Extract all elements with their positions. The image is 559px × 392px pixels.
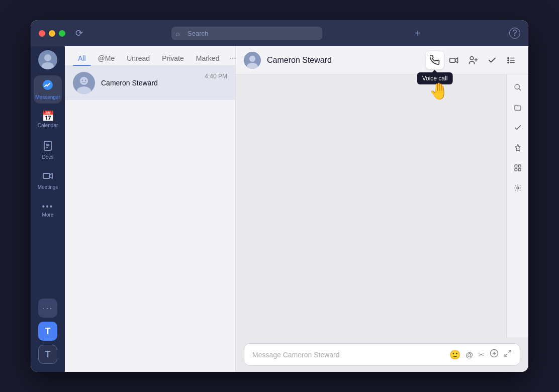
voice-call-button[interactable]: Voice call 🤚 (426, 51, 444, 69)
maximize-button[interactable] (59, 30, 65, 37)
sidebar-item-docs[interactable]: Docs (34, 136, 62, 164)
chat-avatar-cameron (73, 72, 95, 94)
conv-actions: Voice call 🤚 (426, 51, 520, 69)
svg-rect-30 (518, 165, 521, 167)
sidebar-item-meetings[interactable]: Meetings (34, 166, 62, 194)
add-attachment-button[interactable] (490, 349, 499, 360)
left-sidebar: Messenger 📅 Calendar Docs (31, 46, 65, 372)
mention-button[interactable]: @ (465, 350, 473, 359)
sidebar-item-messenger[interactable]: Messenger (34, 75, 62, 104)
message-input-box: 🙂 @ ✂ (244, 343, 520, 366)
chat-info-cameron: Cameron Steward (101, 79, 199, 87)
sidebar-item-docs-label: Docs (42, 154, 54, 160)
conversation-body (236, 74, 506, 337)
svg-point-15 (249, 56, 255, 62)
tab-unread[interactable]: Unread (122, 51, 155, 65)
history-icon[interactable]: ⟳ (75, 28, 83, 39)
svg-point-10 (80, 77, 88, 85)
chat-time-cameron: 4:40 PM (205, 73, 227, 80)
add-member-button[interactable] (464, 51, 482, 69)
right-pin-button[interactable] (509, 139, 527, 157)
svg-point-12 (82, 80, 83, 81)
message-input[interactable] (252, 351, 444, 359)
svg-rect-31 (515, 168, 517, 171)
tab-private[interactable]: Private (157, 51, 189, 65)
sidebar-item-messenger-label: Messenger (35, 94, 60, 100)
search-bar (171, 27, 322, 40)
right-folder-button[interactable] (509, 99, 527, 117)
main-content: Messenger 📅 Calendar Docs (31, 46, 528, 372)
search-input[interactable] (171, 27, 322, 40)
sidebar-item-calendar[interactable]: 📅 Calendar (34, 106, 62, 134)
sidebar-item-meetings-label: Meetings (38, 184, 58, 190)
svg-point-18 (470, 56, 474, 60)
more-icon: ••• (42, 203, 54, 211)
svg-rect-8 (43, 173, 50, 178)
right-settings-button[interactable] (509, 179, 527, 197)
help-button[interactable]: ? (509, 28, 520, 39)
svg-line-37 (508, 350, 511, 353)
svg-rect-32 (518, 168, 521, 171)
svg-point-33 (517, 187, 519, 189)
scissors-button[interactable]: ✂ (478, 350, 485, 359)
tab-marked[interactable]: Marked (191, 51, 225, 65)
sidebar-dots-button[interactable]: ··· (38, 299, 57, 318)
chat-list-panel: All @Me Unread Private Marked ··· (65, 46, 236, 372)
svg-rect-29 (515, 165, 517, 167)
sidebar-user-t-button[interactable]: T (38, 322, 57, 341)
user-avatar[interactable] (38, 50, 57, 69)
tab-me[interactable]: @Me (93, 51, 120, 65)
conv-avatar (244, 52, 261, 69)
main-window: ⟳ + ? (31, 20, 528, 372)
add-button[interactable]: + (415, 28, 421, 39)
svg-point-27 (515, 84, 519, 89)
chat-item-cameron[interactable]: Cameron Steward 4:40 PM (65, 66, 235, 100)
docs-icon (42, 140, 53, 153)
sidebar-item-more[interactable]: ••• More (34, 196, 62, 224)
tab-all[interactable]: All (73, 51, 91, 65)
expand-button[interactable] (504, 349, 512, 360)
conversation-header: Cameron Steward Voice call 🤚 (236, 46, 528, 74)
svg-point-26 (508, 62, 509, 63)
check-button[interactable] (483, 51, 501, 69)
sidebar-user-t2-button[interactable]: T (38, 345, 57, 364)
sidebar-item-calendar-label: Calendar (38, 123, 58, 128)
chat-list: Cameron Steward 4:40 PM (65, 66, 235, 372)
video-call-button[interactable] (445, 51, 463, 69)
conversation-panel: Cameron Steward Voice call 🤚 (236, 46, 528, 372)
emoji-button[interactable]: 🙂 (449, 349, 460, 360)
titlebar: ⟳ + ? (31, 20, 528, 46)
svg-point-1 (44, 54, 51, 61)
right-check-button[interactable] (509, 119, 527, 137)
right-apps-button[interactable] (509, 159, 527, 177)
sidebar-bottom: ··· T T (38, 299, 57, 364)
svg-point-24 (508, 57, 509, 58)
list-button[interactable] (502, 51, 520, 69)
svg-point-25 (508, 59, 509, 60)
calendar-icon: 📅 (42, 111, 54, 121)
message-input-area: 🙂 @ ✂ (236, 337, 528, 372)
svg-point-13 (85, 80, 86, 81)
close-button[interactable] (39, 30, 45, 37)
svg-rect-17 (450, 58, 455, 62)
sidebar-nav: Messenger 📅 Calendar Docs (34, 75, 62, 299)
svg-line-38 (505, 354, 507, 356)
messenger-icon (42, 79, 54, 93)
right-sidebar (506, 74, 528, 337)
conv-contact-name: Cameron Steward (267, 56, 420, 65)
sidebar-item-more-label: More (42, 212, 54, 218)
chat-list-tabs: All @Me Unread Private Marked ··· (65, 46, 235, 66)
traffic-lights (39, 30, 65, 37)
meetings-icon (42, 170, 53, 183)
chat-name-cameron: Cameron Steward (101, 79, 199, 87)
minimize-button[interactable] (49, 30, 55, 37)
right-search-button[interactable] (509, 78, 527, 96)
svg-line-28 (519, 88, 521, 90)
